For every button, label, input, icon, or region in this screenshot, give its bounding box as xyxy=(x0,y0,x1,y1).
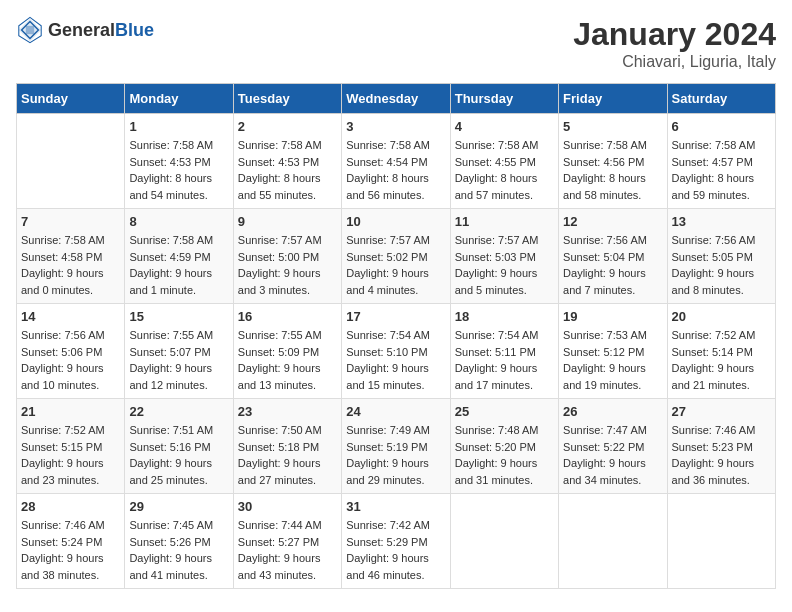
day-cell: 2Sunrise: 7:58 AMSunset: 4:53 PMDaylight… xyxy=(233,114,341,209)
weekday-header-row: SundayMondayTuesdayWednesdayThursdayFrid… xyxy=(17,84,776,114)
day-cell: 25Sunrise: 7:48 AMSunset: 5:20 PMDayligh… xyxy=(450,399,558,494)
day-number: 6 xyxy=(672,119,771,134)
day-cell: 17Sunrise: 7:54 AMSunset: 5:10 PMDayligh… xyxy=(342,304,450,399)
day-number: 18 xyxy=(455,309,554,324)
day-number: 8 xyxy=(129,214,228,229)
day-number: 27 xyxy=(672,404,771,419)
day-cell: 16Sunrise: 7:55 AMSunset: 5:09 PMDayligh… xyxy=(233,304,341,399)
week-row-5: 28Sunrise: 7:46 AMSunset: 5:24 PMDayligh… xyxy=(17,494,776,589)
day-info: Sunrise: 7:45 AMSunset: 5:26 PMDaylight:… xyxy=(129,517,228,583)
day-number: 3 xyxy=(346,119,445,134)
day-cell xyxy=(667,494,775,589)
weekday-header-thursday: Thursday xyxy=(450,84,558,114)
day-cell: 24Sunrise: 7:49 AMSunset: 5:19 PMDayligh… xyxy=(342,399,450,494)
logo: GeneralBlue xyxy=(16,16,154,44)
day-cell: 11Sunrise: 7:57 AMSunset: 5:03 PMDayligh… xyxy=(450,209,558,304)
day-cell: 14Sunrise: 7:56 AMSunset: 5:06 PMDayligh… xyxy=(17,304,125,399)
day-info: Sunrise: 7:56 AMSunset: 5:04 PMDaylight:… xyxy=(563,232,662,298)
day-info: Sunrise: 7:56 AMSunset: 5:05 PMDaylight:… xyxy=(672,232,771,298)
day-info: Sunrise: 7:58 AMSunset: 4:53 PMDaylight:… xyxy=(129,137,228,203)
day-number: 19 xyxy=(563,309,662,324)
week-row-3: 14Sunrise: 7:56 AMSunset: 5:06 PMDayligh… xyxy=(17,304,776,399)
logo-blue: Blue xyxy=(115,20,154,40)
day-info: Sunrise: 7:58 AMSunset: 4:56 PMDaylight:… xyxy=(563,137,662,203)
day-info: Sunrise: 7:52 AMSunset: 5:14 PMDaylight:… xyxy=(672,327,771,393)
day-cell: 31Sunrise: 7:42 AMSunset: 5:29 PMDayligh… xyxy=(342,494,450,589)
day-info: Sunrise: 7:56 AMSunset: 5:06 PMDaylight:… xyxy=(21,327,120,393)
month-title: January 2024 xyxy=(573,16,776,53)
day-cell xyxy=(559,494,667,589)
day-cell: 28Sunrise: 7:46 AMSunset: 5:24 PMDayligh… xyxy=(17,494,125,589)
day-cell: 4Sunrise: 7:58 AMSunset: 4:55 PMDaylight… xyxy=(450,114,558,209)
day-info: Sunrise: 7:53 AMSunset: 5:12 PMDaylight:… xyxy=(563,327,662,393)
logo-general: General xyxy=(48,20,115,40)
day-cell: 6Sunrise: 7:58 AMSunset: 4:57 PMDaylight… xyxy=(667,114,775,209)
day-cell: 7Sunrise: 7:58 AMSunset: 4:58 PMDaylight… xyxy=(17,209,125,304)
day-number: 26 xyxy=(563,404,662,419)
day-number: 17 xyxy=(346,309,445,324)
day-info: Sunrise: 7:44 AMSunset: 5:27 PMDaylight:… xyxy=(238,517,337,583)
weekday-header-tuesday: Tuesday xyxy=(233,84,341,114)
day-info: Sunrise: 7:58 AMSunset: 4:55 PMDaylight:… xyxy=(455,137,554,203)
weekday-header-monday: Monday xyxy=(125,84,233,114)
day-number: 12 xyxy=(563,214,662,229)
day-number: 30 xyxy=(238,499,337,514)
day-info: Sunrise: 7:57 AMSunset: 5:03 PMDaylight:… xyxy=(455,232,554,298)
day-cell: 20Sunrise: 7:52 AMSunset: 5:14 PMDayligh… xyxy=(667,304,775,399)
day-info: Sunrise: 7:58 AMSunset: 4:59 PMDaylight:… xyxy=(129,232,228,298)
day-number: 24 xyxy=(346,404,445,419)
week-row-4: 21Sunrise: 7:52 AMSunset: 5:15 PMDayligh… xyxy=(17,399,776,494)
day-number: 21 xyxy=(21,404,120,419)
day-info: Sunrise: 7:47 AMSunset: 5:22 PMDaylight:… xyxy=(563,422,662,488)
day-cell: 10Sunrise: 7:57 AMSunset: 5:02 PMDayligh… xyxy=(342,209,450,304)
day-cell: 19Sunrise: 7:53 AMSunset: 5:12 PMDayligh… xyxy=(559,304,667,399)
day-info: Sunrise: 7:55 AMSunset: 5:09 PMDaylight:… xyxy=(238,327,337,393)
day-number: 14 xyxy=(21,309,120,324)
day-number: 29 xyxy=(129,499,228,514)
day-number: 31 xyxy=(346,499,445,514)
day-number: 2 xyxy=(238,119,337,134)
day-info: Sunrise: 7:54 AMSunset: 5:10 PMDaylight:… xyxy=(346,327,445,393)
day-number: 5 xyxy=(563,119,662,134)
day-cell: 1Sunrise: 7:58 AMSunset: 4:53 PMDaylight… xyxy=(125,114,233,209)
day-cell: 8Sunrise: 7:58 AMSunset: 4:59 PMDaylight… xyxy=(125,209,233,304)
day-number: 10 xyxy=(346,214,445,229)
day-number: 1 xyxy=(129,119,228,134)
day-info: Sunrise: 7:52 AMSunset: 5:15 PMDaylight:… xyxy=(21,422,120,488)
week-row-2: 7Sunrise: 7:58 AMSunset: 4:58 PMDaylight… xyxy=(17,209,776,304)
day-cell: 27Sunrise: 7:46 AMSunset: 5:23 PMDayligh… xyxy=(667,399,775,494)
day-cell: 23Sunrise: 7:50 AMSunset: 5:18 PMDayligh… xyxy=(233,399,341,494)
day-number: 7 xyxy=(21,214,120,229)
day-number: 13 xyxy=(672,214,771,229)
day-cell: 15Sunrise: 7:55 AMSunset: 5:07 PMDayligh… xyxy=(125,304,233,399)
day-cell: 18Sunrise: 7:54 AMSunset: 5:11 PMDayligh… xyxy=(450,304,558,399)
week-row-1: 1Sunrise: 7:58 AMSunset: 4:53 PMDaylight… xyxy=(17,114,776,209)
page-header: GeneralBlue January 2024 Chiavari, Ligur… xyxy=(16,16,776,71)
day-cell: 22Sunrise: 7:51 AMSunset: 5:16 PMDayligh… xyxy=(125,399,233,494)
day-cell: 21Sunrise: 7:52 AMSunset: 5:15 PMDayligh… xyxy=(17,399,125,494)
day-number: 22 xyxy=(129,404,228,419)
day-cell: 9Sunrise: 7:57 AMSunset: 5:00 PMDaylight… xyxy=(233,209,341,304)
title-block: January 2024 Chiavari, Liguria, Italy xyxy=(573,16,776,71)
day-number: 23 xyxy=(238,404,337,419)
day-info: Sunrise: 7:58 AMSunset: 4:57 PMDaylight:… xyxy=(672,137,771,203)
svg-marker-2 xyxy=(26,26,34,34)
day-info: Sunrise: 7:48 AMSunset: 5:20 PMDaylight:… xyxy=(455,422,554,488)
day-number: 16 xyxy=(238,309,337,324)
day-info: Sunrise: 7:58 AMSunset: 4:53 PMDaylight:… xyxy=(238,137,337,203)
weekday-header-saturday: Saturday xyxy=(667,84,775,114)
day-cell xyxy=(450,494,558,589)
day-number: 11 xyxy=(455,214,554,229)
day-info: Sunrise: 7:51 AMSunset: 5:16 PMDaylight:… xyxy=(129,422,228,488)
day-number: 9 xyxy=(238,214,337,229)
day-cell: 26Sunrise: 7:47 AMSunset: 5:22 PMDayligh… xyxy=(559,399,667,494)
day-info: Sunrise: 7:50 AMSunset: 5:18 PMDaylight:… xyxy=(238,422,337,488)
day-info: Sunrise: 7:55 AMSunset: 5:07 PMDaylight:… xyxy=(129,327,228,393)
day-cell: 12Sunrise: 7:56 AMSunset: 5:04 PMDayligh… xyxy=(559,209,667,304)
day-info: Sunrise: 7:42 AMSunset: 5:29 PMDaylight:… xyxy=(346,517,445,583)
day-info: Sunrise: 7:58 AMSunset: 4:58 PMDaylight:… xyxy=(21,232,120,298)
day-number: 28 xyxy=(21,499,120,514)
weekday-header-friday: Friday xyxy=(559,84,667,114)
day-info: Sunrise: 7:46 AMSunset: 5:23 PMDaylight:… xyxy=(672,422,771,488)
logo-icon xyxy=(16,16,44,44)
